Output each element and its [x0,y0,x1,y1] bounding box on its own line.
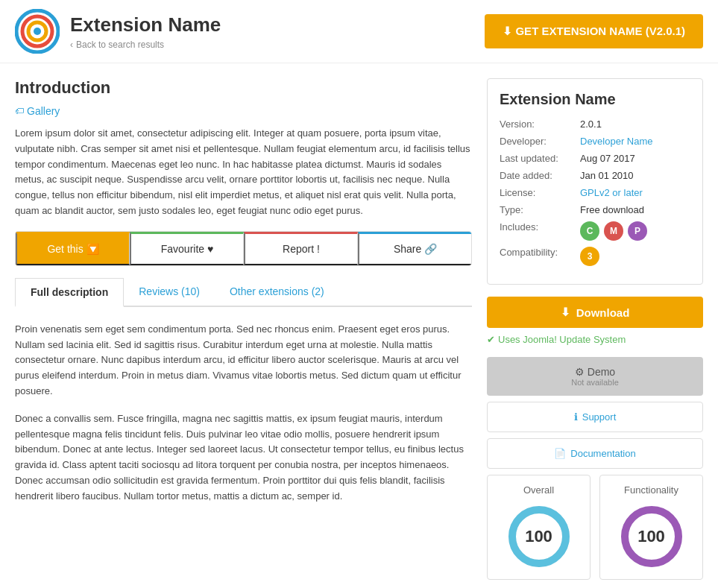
info-compatibility: Compatibility: 3 [500,247,690,266]
demo-label: Demo [588,366,615,378]
logo-icon [15,9,60,54]
doc-label: Documentation [570,448,635,459]
type-value: Free download [580,204,644,215]
sidebar: Extension Name Version: 2.0.1 Developer:… [487,78,703,580]
description-2: Proin venenatis sem eget sem condimentum… [15,322,472,399]
version-value: 2.0.1 [580,118,602,130]
last-updated-value: Aug 07 2017 [580,153,635,164]
support-button[interactable]: ℹ Support [487,402,703,432]
info-last-updated: Last updated: Aug 07 2017 [500,153,690,164]
get-extension-button[interactable]: ⬇ GET EXTENSION NAME (V2.0.1) [485,14,703,48]
compatibility-label: Compatibility: [500,247,574,266]
joomla-update-text: ✔ Uses Joomla! Update System [487,334,703,345]
svg-point-3 [34,28,41,35]
share-button[interactable]: Share 🔗 [358,232,471,265]
header-left: Extension Name ‹ Back to search results [15,9,221,54]
header: Extension Name ‹ Back to search results … [0,0,718,63]
intro-title: Introduction [15,78,472,98]
developer-label: Developer: [500,136,574,147]
download-icon: ⬇ [561,306,570,319]
includes-badges: C M P [580,221,647,241]
action-buttons: Get this 🔽 Favourite ♥ Report ! Share 🔗 [15,231,472,266]
report-label: Report ! [283,243,320,255]
last-updated-label: Last updated: [500,153,574,164]
includes-label: Includes: [500,221,574,241]
back-link-text[interactable]: Back to search results [76,39,164,50]
download-label: Download [576,306,630,319]
license-value[interactable]: GPLv2 or later [580,187,643,198]
tab-reviews[interactable]: Reviews (10) [124,278,215,306]
documentation-button[interactable]: 📄 Documentation [487,438,703,469]
content-area: Introduction Gallery Lorem ipsum dolor s… [15,78,472,580]
info-license: License: GPLv2 or later [500,187,690,198]
share-label: Share 🔗 [394,243,437,255]
report-button[interactable]: Report ! [244,232,358,265]
functionality-label: Functionality [609,484,693,496]
tab-reviews-label: Reviews (10) [139,285,200,297]
download-button[interactable]: ⬇ Download [487,297,703,328]
functionality-donut: 100 [618,503,685,570]
info-type: Type: Free download [500,204,690,215]
demo-icon: ⚙ Demo [496,366,694,378]
demo-unavailable: Not available [496,378,694,387]
tabs: Full description Reviews (10) Other exte… [15,278,472,307]
overall-donut: 100 [506,503,573,570]
info-version: Version: 2.0.1 [500,118,690,130]
type-label: Type: [500,204,574,215]
get-extension-icon: ⬇ [503,25,512,37]
info-developer: Developer: Developer Name [500,136,690,147]
description-1: Lorem ipsum dolor sit amet, consectetur … [15,126,472,219]
demo-button: ⚙ Demo Not available [487,357,703,396]
extension-title: Extension Name [70,13,221,37]
overall-label: Overall [497,484,581,496]
tab-other-extensions-label: Other extensions (2) [230,285,324,297]
gallery-link-text[interactable]: Gallery [27,105,60,117]
compatibility-value: 3 [580,247,599,266]
get-extension-label: GET EXTENSION NAME (V2.0.1) [515,25,685,37]
support-icon: ℹ [574,411,578,423]
badge-m: M [604,221,623,241]
date-added-label: Date added: [500,170,574,181]
info-date-added: Date added: Jan 01 2010 [500,170,690,181]
tab-full-description-label: Full description [31,286,108,298]
ratings-row: Overall 100 Functionality 100 [487,475,703,580]
sidebar-extension-name: Extension Name [500,91,690,108]
functionality-rating-box: Functionality 100 [599,475,703,580]
get-this-label: Get this 🔽 [47,243,98,255]
extension-title-block: Extension Name ‹ Back to search results [70,13,221,50]
get-this-button[interactable]: Get this 🔽 [16,232,130,265]
badge-p: P [628,221,647,241]
support-label: Support [582,411,617,423]
developer-value[interactable]: Developer Name [580,136,653,147]
favourite-label: Favourite ♥ [161,243,214,255]
functionality-value: 100 [637,527,665,546]
date-added-value: Jan 01 2010 [580,170,634,181]
favourite-button[interactable]: Favourite ♥ [130,232,244,265]
overall-value: 100 [525,527,552,546]
sidebar-info-box: Extension Name Version: 2.0.1 Developer:… [487,78,703,285]
description-3: Donec a convallis sem. Fusce fringilla, … [15,411,472,505]
version-label: Version: [500,118,574,130]
doc-icon: 📄 [554,448,566,459]
main-layout: Introduction Gallery Lorem ipsum dolor s… [0,63,718,588]
badge-c: C [580,221,599,241]
tab-other-extensions[interactable]: Other extensions (2) [215,278,339,306]
info-includes: Includes: C M P [500,221,690,241]
tab-full-description[interactable]: Full description [15,278,124,307]
checkmark-icon: ✔ [487,334,495,345]
back-chevron: ‹ [70,39,73,50]
gallery-link[interactable]: Gallery [15,105,472,117]
license-label: License: [500,187,574,198]
back-link[interactable]: ‹ Back to search results [70,39,221,50]
overall-rating-box: Overall 100 [487,475,591,580]
joomla-update-label: Uses Joomla! Update System [498,334,626,345]
